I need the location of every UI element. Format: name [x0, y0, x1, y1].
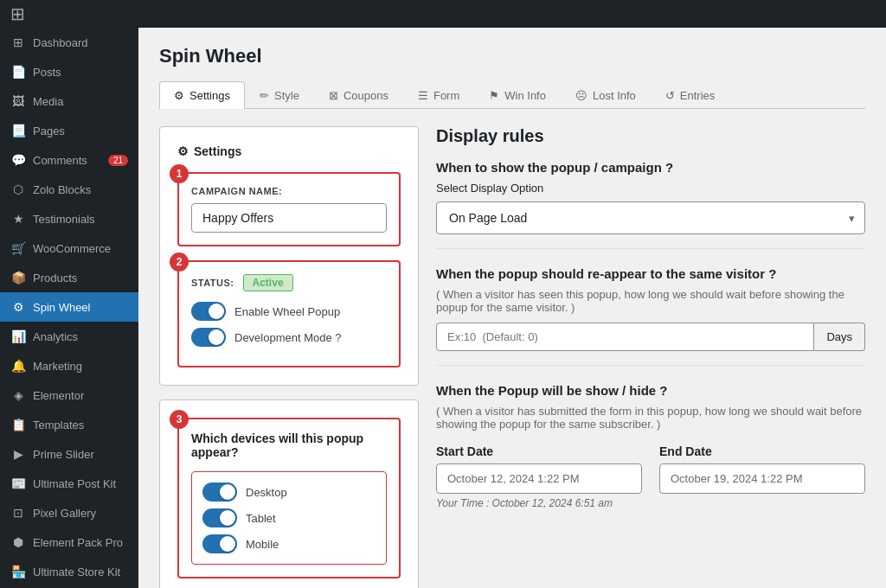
devices-card: 3 Which devices will this popup appear? …	[159, 399, 419, 588]
sidebar-item-marketing[interactable]: 🔔 Marketing	[0, 351, 138, 380]
win-info-tab-icon: ⚑	[489, 89, 499, 102]
display-rules-title: Display rules	[436, 126, 865, 146]
your-time-text: Your Time : October 12, 2024 6:51 am	[436, 497, 865, 509]
lost-info-tab-icon: ☹	[575, 89, 587, 102]
tabs-bar: ⚙ Settings ✏ Style ⊠ Coupons ☰ Form ⚑	[159, 81, 865, 109]
settings-card-title: ⚙ Settings	[177, 144, 401, 158]
step3-badge: 3	[170, 410, 189, 429]
campaign-name-input[interactable]	[191, 203, 387, 233]
sidebar-item-pixel-gallery[interactable]: ⊡ Pixel Gallery	[0, 498, 138, 527]
display-option-select-wrapper: On Page Load ▾	[436, 201, 865, 234]
spin-wheel-icon: ⚙	[10, 300, 26, 314]
media-icon: 🖼	[10, 94, 26, 108]
tablet-toggle-row: Tablet	[202, 508, 376, 527]
tablet-toggle[interactable]	[202, 508, 237, 527]
pixel-gallery-icon: ⊡	[10, 506, 26, 520]
tab-coupons[interactable]: ⊠ Coupons	[314, 81, 403, 109]
posts-icon: 📄	[10, 65, 26, 79]
testimonials-icon: ★	[10, 212, 26, 226]
ultimate-store-kit-icon: 🏪	[10, 565, 26, 578]
reappear-helper: ( When a visitor has seen this popup, ho…	[436, 288, 865, 314]
devices-section: 3 Which devices will this popup appear? …	[177, 418, 401, 578]
reappear-heading: When the popup should re-appear to the s…	[436, 266, 865, 281]
status-row: Status: Active	[191, 274, 387, 291]
tab-entries[interactable]: ↺ Entries	[651, 81, 729, 109]
sidebar-item-templates[interactable]: 📋 Templates	[0, 410, 138, 439]
dev-mode-label: Development Mode ?	[234, 331, 342, 344]
show-hide-heading: When the Popup will be show / hide ?	[436, 383, 865, 398]
when-to-show-heading: When to show the popup / campaign ?	[436, 160, 865, 175]
main-content: Spin Wheel ⚙ Settings ✏ Style ⊠ Coupons …	[138, 28, 886, 588]
sidebar-item-woocommerce[interactable]: 🛒 WooCommerce	[0, 233, 138, 263]
display-option-select[interactable]: On Page Load	[436, 201, 865, 234]
woocommerce-icon: 🛒	[10, 241, 26, 255]
marketing-icon: 🔔	[10, 359, 26, 373]
tab-win-info[interactable]: ⚑ Win Info	[474, 81, 561, 109]
end-date-value[interactable]: October 19, 2024 1:22 PM	[659, 463, 865, 494]
sidebar-item-prime-slider[interactable]: ▶ Prime Slider	[0, 439, 138, 469]
enable-wheel-label: Enable Wheel Popup	[234, 305, 340, 318]
dev-mode-toggle-row: Development Mode ?	[191, 328, 387, 347]
sidebar: ⊞ Dashboard 📄 Posts 🖼 Media 📃 Pages 💬 Co…	[0, 28, 138, 588]
sidebar-item-comments[interactable]: 💬 Comments 21	[0, 145, 138, 175]
pages-icon: 📃	[10, 124, 26, 137]
tab-settings[interactable]: ⚙ Settings	[159, 81, 245, 109]
campaign-name-section: 1 Campaign Name:	[177, 172, 401, 246]
sidebar-item-media[interactable]: 🖼 Media	[0, 86, 138, 116]
sidebar-item-elementor[interactable]: ◈ Elementor	[0, 380, 138, 410]
dev-mode-toggle[interactable]	[191, 328, 226, 347]
start-date-field: Start Date October 12, 2024 1:22 PM	[436, 444, 642, 494]
wp-logo: ⊞	[10, 3, 25, 24]
enable-wheel-toggle-row: Enable Wheel Popup	[191, 302, 387, 321]
sidebar-item-testimonials[interactable]: ★ Testimonials	[0, 204, 138, 233]
sidebar-item-ultimate-store-kit[interactable]: 🏪 Ultimate Store Kit	[0, 557, 138, 586]
campaign-name-label: Campaign Name:	[191, 186, 387, 196]
desktop-label: Desktop	[246, 486, 287, 499]
end-date-label: End Date	[659, 444, 865, 458]
settings-card: ⚙ Settings 1 Campaign Name: 2	[159, 126, 419, 386]
top-bar: ⊞	[0, 0, 886, 28]
tab-lost-info[interactable]: ☹ Lost Info	[561, 81, 651, 109]
tab-form[interactable]: ☰ Form	[403, 81, 474, 109]
status-section: 2 Status: Active Enable Wheel Popup	[177, 260, 401, 368]
desktop-toggle[interactable]	[202, 483, 237, 502]
ultimate-post-kit-icon: 📰	[10, 476, 26, 490]
enable-wheel-toggle[interactable]	[191, 302, 226, 321]
mobile-toggle-row: Mobile	[202, 534, 376, 553]
sidebar-item-posts[interactable]: 📄 Posts	[0, 57, 138, 86]
reappear-days-input[interactable]	[436, 323, 814, 351]
tab-style[interactable]: ✏ Style	[245, 81, 314, 109]
coupons-tab-icon: ⊠	[329, 89, 338, 102]
form-tab-icon: ☰	[418, 89, 428, 102]
devices-heading: Which devices will this popup appear?	[191, 431, 387, 459]
reappear-input-group: Days	[436, 323, 865, 351]
comments-icon: 💬	[10, 153, 26, 167]
style-tab-icon: ✏	[260, 89, 269, 102]
start-date-value[interactable]: October 12, 2024 1:22 PM	[436, 463, 642, 494]
mobile-toggle[interactable]	[202, 534, 237, 553]
status-label: Status:	[191, 278, 234, 288]
show-hide-helper: ( When a visitor has submitted the form …	[436, 405, 865, 431]
end-date-field: End Date October 19, 2024 1:22 PM	[659, 444, 865, 494]
elementor-icon: ◈	[10, 388, 26, 402]
element-pack-pro-icon: ⬢	[10, 535, 26, 549]
sidebar-item-pages[interactable]: 📃 Pages	[0, 116, 138, 145]
sidebar-item-analytics[interactable]: 📊 Analytics	[0, 322, 138, 351]
comments-badge: 21	[108, 155, 128, 166]
devices-toggle-group: Desktop Tablet Mobile	[191, 471, 387, 565]
dashboard-icon: ⊞	[10, 35, 26, 49]
desktop-toggle-row: Desktop	[202, 483, 376, 502]
sidebar-item-dashboard[interactable]: ⊞ Dashboard	[0, 28, 138, 57]
sidebar-item-ultimate-post-kit[interactable]: 📰 Ultimate Post Kit	[0, 469, 138, 498]
sidebar-item-spin-wheel[interactable]: ⚙ Spin Wheel	[0, 292, 138, 322]
prime-slider-icon: ▶	[10, 447, 26, 461]
settings-card-icon: ⚙	[177, 144, 189, 158]
days-suffix-label: Days	[814, 323, 865, 351]
zolo-blocks-icon: ⬡	[10, 182, 26, 196]
status-badge: Active	[243, 274, 293, 291]
products-icon: 📦	[10, 271, 26, 284]
sidebar-item-zolo-blocks[interactable]: ⬡ Zolo Blocks	[0, 175, 138, 204]
sidebar-item-element-pack-pro[interactable]: ⬢ Element Pack Pro	[0, 527, 138, 557]
start-date-label: Start Date	[436, 444, 642, 458]
sidebar-item-products[interactable]: 📦 Products	[0, 263, 138, 292]
